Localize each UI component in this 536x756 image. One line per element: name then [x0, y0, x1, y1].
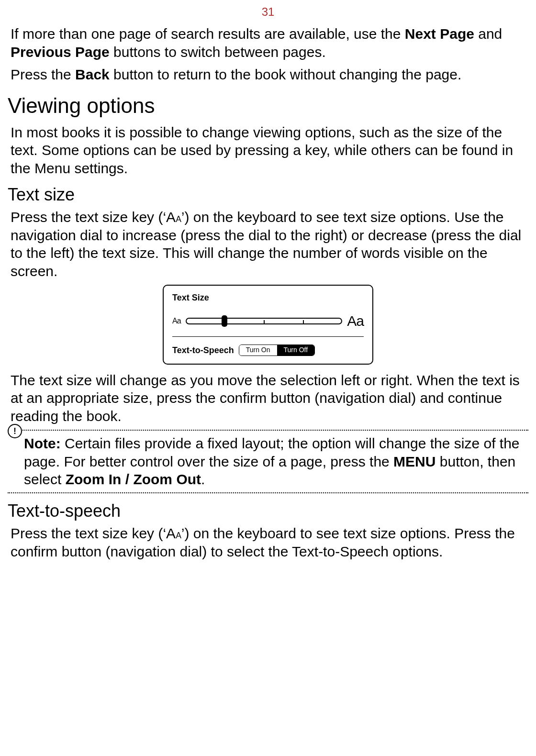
intro-paragraph-1: If more than one page of search results …: [11, 25, 525, 61]
page-number: 31: [8, 0, 528, 22]
text: .: [201, 471, 205, 487]
note-body: Note: Certain files provide a fixed layo…: [24, 434, 528, 489]
next-page-label: Next Page: [405, 26, 474, 42]
text: buttons to switch between pages.: [110, 44, 326, 60]
text: /: [121, 471, 133, 487]
note-label: Note:: [24, 435, 61, 451]
slider-tick: [264, 320, 265, 324]
heading-text-to-speech: Text-to-speech: [8, 500, 528, 522]
tts-row: Text-to-Speech Turn On Turn Off: [172, 345, 364, 356]
note-box: ! Note: Certain files provide a fixed la…: [8, 430, 528, 493]
tts-toggle[interactable]: Turn On Turn Off: [239, 345, 315, 356]
zoom-in-label: Zoom In: [66, 471, 122, 487]
zoom-out-label: Zoom Out: [133, 471, 201, 487]
slider-max-label: Aa: [347, 312, 364, 330]
tts-label: Text-to-Speech: [172, 345, 234, 356]
text: Press the text size key (‘A: [11, 209, 176, 225]
previous-page-label: Previous Page: [11, 44, 110, 60]
heading-text-size: Text size: [8, 184, 528, 205]
slider-tick: [303, 320, 304, 324]
slider-min-label: Aa: [172, 316, 181, 326]
text: and: [474, 26, 502, 42]
text-size-slider-row: Aa Aa: [172, 312, 364, 337]
dialog-title: Text Size: [172, 292, 364, 303]
tts-turn-off[interactable]: Turn Off: [277, 345, 315, 356]
menu-button-label: MENU: [393, 454, 436, 469]
tts-turn-on[interactable]: Turn On: [239, 345, 277, 356]
text-to-speech-paragraph: Press the text size key (‘AA’) on the ke…: [11, 524, 525, 560]
heading-viewing-options: Viewing options: [8, 92, 528, 119]
text-size-figure-wrapper: Text Size Aa Aa Text-to-Speech Turn On T…: [8, 285, 528, 365]
text-size-key-icon: A: [176, 527, 181, 541]
text: If more than one page of search results …: [11, 26, 405, 42]
text: Press the text size key (‘A: [11, 525, 176, 541]
text-size-dialog: Text Size Aa Aa Text-to-Speech Turn On T…: [163, 285, 373, 365]
text: button to return to the book without cha…: [110, 67, 462, 82]
note-icon: !: [8, 424, 22, 438]
back-button-label: Back: [75, 67, 110, 82]
slider-knob[interactable]: [222, 315, 227, 327]
text-size-paragraph-1: Press the text size key (‘AA’) on the ke…: [11, 208, 525, 280]
text-size-paragraph-2: The text size will change as you move th…: [11, 371, 525, 425]
intro-paragraph-2: Press the Back button to return to the b…: [11, 66, 525, 84]
text: Press the: [11, 67, 75, 82]
viewing-options-intro: In most books it is possible to change v…: [11, 123, 525, 178]
text-size-key-icon: A: [176, 211, 181, 225]
text-size-slider[interactable]: [186, 316, 343, 326]
